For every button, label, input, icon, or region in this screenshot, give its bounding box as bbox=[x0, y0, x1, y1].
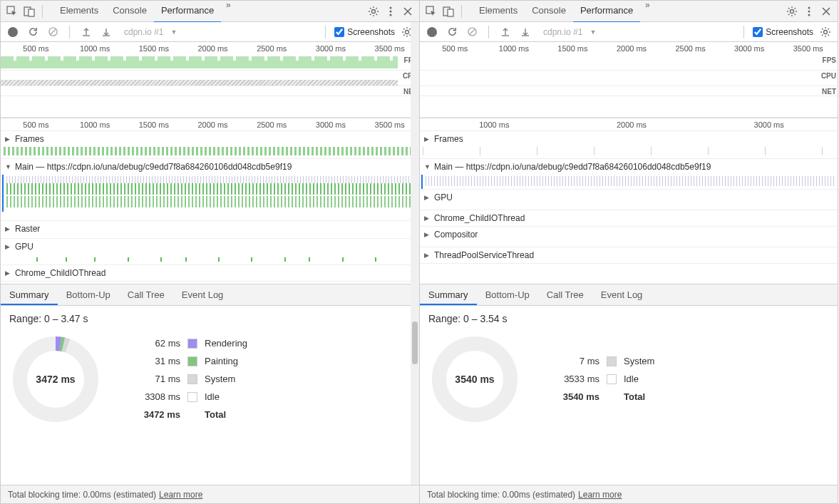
thread-main[interactable]: ▼Main — https://cdpn.io/una/debug/c9edd7… bbox=[420, 159, 838, 190]
disclosure-icon[interactable]: ▶ bbox=[5, 135, 12, 143]
disclosure-icon[interactable]: ▶ bbox=[424, 194, 431, 201]
upload-icon[interactable] bbox=[78, 24, 94, 40]
donut-center-value: 3540 ms bbox=[455, 374, 494, 385]
swatch-painting bbox=[187, 356, 197, 366]
screenshots-checkbox[interactable]: Screenshots bbox=[753, 27, 813, 37]
chevron-down-icon: ▼ bbox=[170, 29, 177, 36]
upload-icon[interactable] bbox=[498, 24, 513, 40]
inspect-icon[interactable] bbox=[423, 3, 440, 20]
btab-summary[interactable]: Summary bbox=[1, 284, 58, 305]
thread-gpu[interactable]: ▶GPU bbox=[420, 190, 838, 210]
thread-frames[interactable]: ▶Frames bbox=[1, 131, 419, 159]
disclosure-icon[interactable]: ▶ bbox=[5, 243, 12, 250]
target-selector[interactable]: cdpn.io #1▼ bbox=[537, 27, 735, 37]
btab-bottomup[interactable]: Bottom-Up bbox=[477, 284, 538, 305]
clear-button[interactable] bbox=[45, 24, 61, 40]
tab-performance[interactable]: Performance bbox=[573, 0, 640, 23]
flamechart-region[interactable]: 1000 ms2000 ms3000 ms ▶Frames ▼Main — ht… bbox=[420, 118, 838, 284]
thread-frames[interactable]: ▶Frames bbox=[420, 131, 838, 159]
learn-more-link[interactable]: Learn more bbox=[578, 490, 622, 500]
perf-toolbar: cdpn.io #1▼ Screenshots bbox=[1, 22, 419, 42]
separator bbox=[325, 26, 326, 38]
thread-chrome-io[interactable]: ▶Chrome_ChildIOThread bbox=[420, 210, 838, 227]
tab-performance[interactable]: Performance bbox=[154, 0, 221, 23]
btab-bottomup[interactable]: Bottom-Up bbox=[58, 284, 119, 305]
svg-point-5 bbox=[390, 10, 392, 12]
close-icon[interactable] bbox=[818, 3, 835, 20]
btab-eventlog[interactable]: Event Log bbox=[173, 284, 232, 305]
disclosure-icon[interactable]: ▶ bbox=[424, 215, 431, 222]
blocking-time-text: Total blocking time: 0.00ms (estimated) bbox=[427, 490, 575, 500]
learn-more-link[interactable]: Learn more bbox=[159, 490, 202, 500]
settings-icon[interactable] bbox=[365, 3, 382, 20]
kebab-icon[interactable] bbox=[382, 3, 399, 20]
tab-elements[interactable]: Elements bbox=[472, 0, 525, 23]
legend-row: 62 msRendering bbox=[130, 338, 247, 349]
disclosure-icon[interactable]: ▶ bbox=[424, 231, 431, 238]
settings-icon[interactable] bbox=[783, 3, 801, 20]
more-tabs-icon[interactable]: » bbox=[221, 0, 235, 23]
reload-button[interactable] bbox=[444, 24, 460, 40]
screenshots-input[interactable] bbox=[753, 27, 763, 37]
screenshots-checkbox[interactable]: Screenshots bbox=[334, 27, 395, 37]
status-bar: Total blocking time: 0.00ms (estimated) … bbox=[1, 485, 419, 503]
record-button[interactable] bbox=[424, 24, 440, 40]
scrollbar[interactable] bbox=[411, 22, 419, 485]
reload-button[interactable] bbox=[25, 24, 41, 40]
overview-region[interactable]: 500 ms1000 ms1500 ms2000 ms2500 ms3000 m… bbox=[1, 42, 419, 118]
thread-gpu[interactable]: ▶GPU bbox=[1, 239, 419, 265]
clear-button[interactable] bbox=[464, 24, 480, 40]
legend-row: 71 msSystem bbox=[130, 374, 247, 384]
svg-point-13 bbox=[791, 9, 794, 13]
download-icon[interactable] bbox=[518, 24, 533, 40]
tab-console[interactable]: Console bbox=[525, 0, 573, 23]
bottom-tabs: Summary Bottom-Up Call Tree Event Log bbox=[1, 284, 419, 306]
scrollbar-thumb[interactable] bbox=[412, 322, 418, 364]
screenshot-strip bbox=[420, 96, 838, 118]
disclosure-icon[interactable]: ▼ bbox=[5, 163, 12, 170]
separator bbox=[461, 5, 462, 18]
close-icon[interactable] bbox=[399, 3, 416, 20]
btab-summary[interactable]: Summary bbox=[420, 284, 477, 305]
legend-row: 31 msPainting bbox=[130, 356, 247, 366]
fps-track: FPS bbox=[1, 55, 419, 71]
device-toggle-icon[interactable] bbox=[21, 3, 38, 20]
thread-compositor[interactable]: ▶Compositor bbox=[420, 227, 838, 247]
screenshots-input[interactable] bbox=[334, 27, 344, 37]
btab-calltree[interactable]: Call Tree bbox=[538, 284, 592, 305]
top-tab-bar: Elements Console Performance » bbox=[420, 1, 838, 22]
overview-region[interactable]: 500 ms1000 ms1500 ms2000 ms2500 ms3000 m… bbox=[420, 42, 838, 118]
disclosure-icon[interactable]: ▶ bbox=[424, 252, 431, 259]
donut-center-value: 3472 ms bbox=[36, 374, 75, 385]
fps-track: FPS bbox=[420, 55, 838, 71]
main-flame bbox=[2, 175, 419, 212]
inspect-icon[interactable] bbox=[4, 3, 21, 20]
tab-console[interactable]: Console bbox=[105, 0, 154, 23]
flamechart-region[interactable]: 500 ms1000 ms1500 ms2000 ms2500 ms3000 m… bbox=[1, 118, 419, 284]
btab-calltree[interactable]: Call Tree bbox=[119, 284, 173, 305]
disclosure-icon[interactable]: ▶ bbox=[424, 135, 431, 143]
thread-raster[interactable]: ▶Raster bbox=[1, 221, 419, 239]
thread-main[interactable]: ▼Main — https://cdpn.io/una/debug/c9edd7… bbox=[1, 159, 419, 221]
target-label: cdpn.io #1 bbox=[543, 27, 582, 37]
chevron-down-icon: ▼ bbox=[590, 29, 596, 36]
svg-rect-2 bbox=[29, 9, 34, 16]
target-selector[interactable]: cdpn.io #1▼ bbox=[118, 27, 316, 37]
download-icon[interactable] bbox=[98, 24, 114, 40]
kebab-icon[interactable] bbox=[801, 3, 818, 20]
disclosure-icon[interactable]: ▶ bbox=[5, 225, 12, 232]
cpu-track: CPU bbox=[420, 71, 838, 86]
thread-chrome-io[interactable]: ▶Chrome_ChildIOThread bbox=[1, 265, 419, 282]
btab-eventlog[interactable]: Event Log bbox=[592, 284, 652, 305]
tab-elements[interactable]: Elements bbox=[53, 0, 105, 23]
legend-row-total: 3472 msTotal bbox=[130, 409, 247, 420]
device-toggle-icon[interactable] bbox=[440, 3, 457, 20]
disclosure-icon[interactable]: ▶ bbox=[5, 269, 12, 277]
disclosure-icon[interactable]: ▼ bbox=[424, 163, 431, 170]
thread-threadpool[interactable]: ▶ThreadPoolServiceThread bbox=[420, 247, 838, 264]
svg-point-14 bbox=[808, 6, 810, 9]
record-button[interactable] bbox=[5, 24, 21, 40]
more-tabs-icon[interactable]: » bbox=[640, 0, 654, 23]
legend-row-total: 3540 msTotal bbox=[550, 391, 654, 402]
capture-settings-icon[interactable] bbox=[818, 24, 833, 40]
